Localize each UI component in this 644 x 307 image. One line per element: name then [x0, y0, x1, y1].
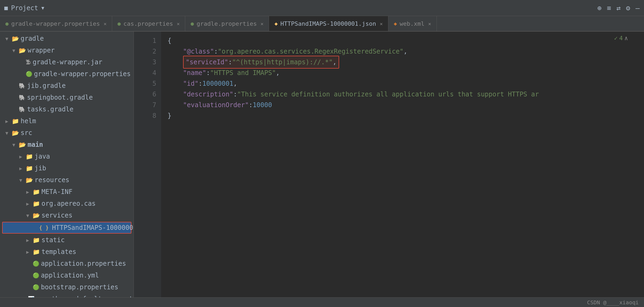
tree-item-gradle-wrapper-props[interactable]: 🟢 gradle-wrapper.properties [0, 68, 134, 80]
code-line-3: "serviceId" : "^(https|http|imaps)://.*"… [168, 57, 644, 68]
yml-icon: 🟢 [33, 272, 39, 279]
brace-open: { [168, 35, 171, 46]
key-service-id: "serviceId" [186, 57, 228, 68]
status-bar: CSDN @____xiaoqi [0, 297, 644, 307]
tab-close-cas-properties[interactable]: ✕ [177, 21, 180, 27]
folder-icon-java: 📁 [26, 153, 33, 160]
tree-label-resources: resources [35, 176, 69, 184]
folder-icon-resources: 📂 [26, 177, 33, 184]
tab-label-gradle-wrapper: gradle-wrapper.properties [11, 20, 100, 27]
line-numbers: 1 2 3 4 5 6 7 8 [142, 32, 161, 297]
tree-item-java[interactable]: 📁 java [0, 151, 134, 162]
folder-icon-main: 📂 [19, 141, 26, 148]
tab-icon-gradle-properties: ● [191, 20, 194, 27]
minimize-icon[interactable]: — [635, 4, 640, 12]
folder-icon-jib: 📁 [26, 165, 33, 172]
tree-label-gradle-wrapper-jar: gradle-wrapper.jar [33, 58, 102, 66]
line-num-3: 3 [142, 57, 161, 68]
title-controls: ⊕ ≡ ⇄ ⚙ — [597, 4, 640, 12]
service-id-highlight: "serviceId" : "^(https|http|imaps)://.*"… [183, 56, 339, 69]
tree-item-app-yml[interactable]: 🟢 application.yml [0, 269, 134, 281]
tree-item-helm[interactable]: 📁 helm [0, 115, 134, 127]
comma-3: , [276, 68, 280, 78]
tree-label-tasks-gradle: tasks.gradle [27, 106, 73, 113]
tab-https-json[interactable]: ◆ HTTPSandIMAPS-10000001.json ✕ [269, 16, 388, 32]
editor[interactable]: 1 2 3 4 5 6 7 8 ✓ 4 ∧ { [134, 32, 644, 297]
code-line-2: "@class" : "org.apereo.cas.services.Rege… [168, 46, 644, 57]
tab-icon-https-json: ◆ [274, 20, 278, 27]
props-icon-boot: 🟢 [33, 284, 39, 290]
tab-icon-gradle-wrapper: ● [5, 20, 9, 27]
tree-item-src[interactable]: 📂 src [0, 127, 134, 139]
tree-item-bootstrap-props[interactable]: 🟢 bootstrap.properties [0, 281, 134, 293]
folder-icon-static: 📁 [33, 237, 40, 244]
tree-label-gradle-wrapper-props: gradle-wrapper.properties [34, 70, 131, 78]
code-line-1: { [168, 35, 644, 46]
tree-item-meta-inf[interactable]: 📁 META-INF [0, 186, 134, 198]
tree-item-gradle[interactable]: 📂 gradle [0, 33, 134, 44]
title-bar: ■ Project ▼ ⊕ ≡ ⇄ ⚙ — [0, 0, 644, 16]
tab-label-gradle-properties: gradle.properties [196, 20, 257, 27]
tree-item-gradle-wrapper-jar[interactable]: 🗜 gradle-wrapper.jar [0, 56, 134, 68]
editor-gutter [134, 32, 142, 297]
tree-label-helm: helm [21, 117, 36, 125]
jar-icon: 🗜 [26, 59, 31, 65]
folder-icon-services: 📂 [33, 212, 40, 219]
tree-item-wrapper[interactable]: 📂 wrapper [0, 44, 134, 56]
tree-label-src: src [21, 129, 32, 137]
tree-item-jib[interactable]: 📁 jib [0, 162, 134, 174]
gradle-icon-1: 🐘 [19, 83, 25, 89]
tab-gradle-wrapper[interactable]: ● gradle-wrapper.properties ✕ [0, 16, 112, 31]
line-num-5: 5 [142, 78, 161, 89]
tree-item-app-props[interactable]: 🟢 application.properties [0, 258, 134, 269]
tab-close-gradle-wrapper[interactable]: ✕ [104, 21, 107, 27]
tab-icon-web-xml: ◆ [394, 20, 397, 27]
tree-label-services: services [41, 212, 73, 219]
props-icon-app: 🟢 [33, 260, 39, 267]
tree-label-wrapper: wrapper [28, 47, 55, 54]
target-icon[interactable]: ⊕ [597, 4, 602, 12]
tree-item-main[interactable]: 📂 main [0, 139, 134, 151]
tree-item-tasks-gradle[interactable]: 🐘 tasks.gradle [0, 103, 134, 115]
tab-label-cas-properties: cas.properties [123, 20, 173, 27]
tree-label-jib: jib [35, 164, 46, 172]
project-icon: ■ [4, 5, 8, 11]
status-text: CSDN @____xiaoqi [587, 299, 639, 306]
arrow-static [26, 237, 31, 243]
code-line-6: "description" : "This service definition… [168, 89, 644, 100]
tab-label-web-xml: web.xml [400, 20, 425, 27]
tree-item-org-apereo-cas[interactable]: 📁 org.apereo.cas [0, 198, 134, 209]
tab-bar: ● gradle-wrapper.properties ✕ ● cas.prop… [0, 16, 644, 32]
tree-item-static[interactable]: 📁 static [0, 234, 134, 246]
tree-item-resources[interactable]: 📂 resources [0, 174, 134, 186]
file-tree-sidebar: 📂 gradle 📂 wrapper 🗜 gradle-wrapper.jar … [0, 32, 134, 297]
tree-item-services[interactable]: 📂 services [0, 209, 134, 221]
tab-gradle-properties[interactable]: ● gradle.properties ✕ [185, 16, 269, 31]
indent-3 [168, 57, 183, 68]
colon-3: : [206, 68, 210, 78]
gradle-icon-3: 🐘 [19, 106, 25, 113]
settings-icon[interactable]: ⚙ [626, 4, 630, 12]
tree-item-templates[interactable]: 📁 templates [0, 246, 134, 258]
tree-label-gradle: gradle [21, 35, 44, 42]
tab-close-gradle-properties[interactable]: ✕ [261, 21, 264, 27]
tab-web-xml[interactable]: ◆ web.xml ✕ [388, 16, 437, 31]
tree-item-https-json[interactable]: { } HTTPSandIMAPS-10000001.json [2, 222, 131, 234]
line-num-7: 7 [142, 100, 161, 110]
comma-2: , [333, 57, 336, 68]
tree-item-springboot-gradle[interactable]: 🐘 springboot.gradle [0, 92, 134, 103]
tab-close-https-json[interactable]: ✕ [380, 21, 383, 27]
colon-6: : [249, 100, 252, 111]
tree-item-cas-theme-props[interactable]: 📊 cas-theme-default.properties [0, 293, 134, 297]
dropdown-icon[interactable]: ▼ [41, 5, 44, 11]
arrow-org-apereo-cas [26, 201, 31, 207]
tab-cas-properties[interactable]: ● cas.properties ✕ [112, 16, 185, 31]
tree-label-static: static [41, 236, 65, 244]
val-description: "This service definition authorizes all … [237, 89, 539, 100]
tree-item-jib-gradle[interactable]: 🐘 jib.gradle [0, 80, 134, 92]
list-icon[interactable]: ≡ [607, 4, 611, 12]
comma-1: , [403, 46, 407, 57]
tab-close-web-xml[interactable]: ✕ [428, 21, 431, 27]
code-area[interactable]: ✓ 4 ∧ { "@class" : "org.apereo.cas.servi… [161, 32, 644, 297]
swap-icon[interactable]: ⇄ [616, 4, 621, 12]
